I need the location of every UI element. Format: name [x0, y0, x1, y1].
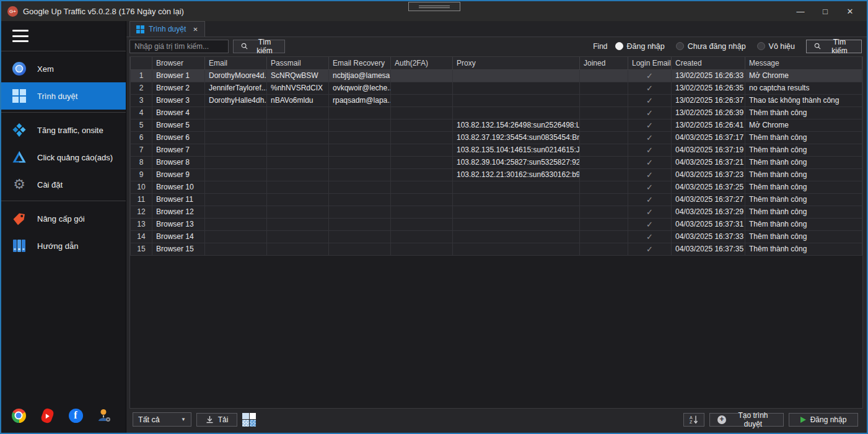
cell-passmail: nBAVo6mldu — [267, 94, 329, 106]
row-number: 7 — [131, 144, 152, 156]
table-row[interactable]: 7 Browser 7 103.82.135.104:14615:sun0214… — [131, 144, 862, 156]
cell-email: DorothyHalle4dh... — [205, 94, 267, 106]
table-row[interactable]: 14 Browser 14 ✓ 04/03/2025 16:37:33 — [131, 230, 862, 243]
cell-joined — [580, 131, 628, 144]
cell-browser: Browser 8 — [152, 156, 205, 168]
col-proxy[interactable]: Proxy — [453, 57, 580, 69]
cell-passmail — [267, 218, 329, 230]
cell-email — [205, 243, 267, 255]
facebook-icon[interactable]: f — [68, 408, 83, 423]
cell-browser: Browser 5 — [152, 119, 205, 131]
table-row[interactable]: 11 Browser 11 ✓ 04/03/2025 16:37:27 — [131, 193, 862, 206]
download-button[interactable]: Tải — [196, 413, 237, 427]
sidebar-item-cai-dat[interactable]: ⚙ Cài đặt — [1, 171, 126, 198]
table-row[interactable]: 3 Browser 3 DorothyHalle4dh... nBAVo6mld… — [131, 94, 862, 106]
cell-auth2fa — [391, 168, 453, 181]
cell-browser: Browser 13 — [152, 218, 205, 230]
col-email-recovery[interactable]: Email Recovery — [329, 57, 391, 69]
browser-orb-icon — [11, 61, 27, 77]
filter-dropdown[interactable]: Tất cả ▼ — [133, 412, 191, 427]
col-auth2fa[interactable]: Auth(2FA) — [391, 57, 453, 69]
col-message[interactable]: Message — [745, 57, 862, 69]
tabstrip: Trình duyệt ✕ — [126, 21, 867, 37]
col-rownum[interactable] — [131, 57, 152, 69]
col-login-email[interactable]: Login Email — [628, 57, 672, 69]
ads-triangle-icon — [11, 149, 27, 165]
col-passmail[interactable]: Passmail — [267, 57, 329, 69]
window-drag-handle-icon[interactable] — [408, 2, 460, 11]
sidebar-item-huong-dan[interactable]: Hướng dẫn — [1, 232, 126, 259]
close-button[interactable]: ✕ — [840, 3, 861, 19]
table-row[interactable]: 12 Browser 12 ✓ 04/03/2025 16:37:29 — [131, 206, 862, 218]
table-row[interactable]: 13 Browser 13 ✓ 04/03/2025 16:37:31 — [131, 218, 862, 230]
cell-email-recovery: ncbjtjao@lamesa... — [329, 69, 391, 82]
sort-az-button[interactable]: AZ — [683, 413, 704, 427]
user-settings-icon[interactable] — [97, 408, 112, 423]
svg-text:Z: Z — [690, 420, 693, 424]
create-browser-button[interactable]: + Tạo trình duyệt — [709, 413, 784, 427]
login-button[interactable]: Đăng nhập — [789, 413, 858, 427]
table-row[interactable]: 1 Browser 1 DorothyMoore4d... ScNRQwBSW … — [131, 69, 862, 82]
tab-close-icon[interactable]: ✕ — [193, 26, 198, 33]
tab-trinh-duyet[interactable]: Trình duyệt ✕ — [129, 21, 205, 37]
row-number: 3 — [131, 94, 152, 106]
cell-email: JenniferTayloref... — [205, 82, 267, 94]
cell-proxy — [453, 82, 580, 94]
table-row[interactable]: 15 Browser 15 ✓ 04/03/2025 16:37:35 — [131, 243, 862, 255]
col-joined[interactable]: Joined — [580, 57, 628, 69]
find-search-button[interactable]: Tìm kiếm — [806, 40, 862, 53]
cell-joined — [580, 144, 628, 156]
maximize-button[interactable]: □ — [815, 3, 836, 19]
col-browser[interactable]: Browser — [152, 57, 205, 69]
cell-proxy — [453, 69, 580, 82]
youtube-shorts-icon[interactable] — [40, 408, 55, 423]
table-row[interactable]: 6 Browser 6 103.82.37.192:35454:sun08354… — [131, 131, 862, 144]
search-button[interactable]: Tìm kiếm — [233, 40, 285, 53]
windows-icon — [11, 88, 27, 104]
chrome-icon[interactable] — [11, 408, 26, 423]
cell-email — [205, 230, 267, 243]
table-row[interactable]: 2 Browser 2 JenniferTayloref... %nhNVSRd… — [131, 82, 862, 94]
sidebar-item-xem[interactable]: Xem — [1, 55, 126, 82]
table-row[interactable]: 4 Browser 4 ✓ 13/02/2025 16:26:39 — [131, 106, 862, 119]
layout-grid-icon[interactable] — [242, 413, 256, 427]
table-row[interactable]: 8 Browser 8 103.82.39.104:25827:sun53258… — [131, 156, 862, 168]
row-number: 13 — [131, 218, 152, 230]
cell-proxy — [453, 94, 580, 106]
cell-proxy — [453, 206, 580, 218]
menu-toggle-icon[interactable] — [12, 30, 28, 42]
sidebar-item-nang-cap-goi[interactable]: Nâng cấp gói — [1, 205, 126, 232]
kodi-diamond-icon — [11, 122, 27, 138]
table-row[interactable]: 5 Browser 5 103.82.132.154:26498:sun2526… — [131, 119, 862, 131]
cell-message: Thêm thành công — [745, 144, 862, 156]
cell-passmail — [267, 144, 329, 156]
cell-email-recovery — [329, 156, 391, 168]
radio-vo-hieu[interactable]: Vô hiệu — [757, 42, 795, 51]
sidebar: Xem Trình duyệt Tăng traffic, onsite — [1, 21, 126, 433]
cell-message: Thêm thành công — [745, 131, 862, 144]
search-input[interactable] — [129, 40, 229, 53]
cell-login-email-check: ✓ — [628, 69, 672, 82]
sidebar-item-trinh-duyet[interactable]: Trình duyệt — [1, 82, 126, 110]
cell-email — [205, 106, 267, 119]
cell-browser: Browser 12 — [152, 206, 205, 218]
table-row[interactable]: 10 Browser 10 ✓ 04/03/2025 16:37:25 — [131, 181, 862, 193]
cell-email — [205, 206, 267, 218]
cell-email-recovery — [329, 243, 391, 255]
cell-created: 04/03/2025 16:37:33 — [672, 230, 745, 243]
cell-auth2fa — [391, 193, 453, 206]
cell-email: DorothyMoore4d... — [205, 69, 267, 82]
col-created[interactable]: Created — [672, 57, 745, 69]
cell-auth2fa — [391, 94, 453, 106]
window-controls: — □ ✕ — [790, 3, 861, 19]
tab-label: Trình duyệt — [149, 25, 186, 33]
radio-dang-nhap[interactable]: Đăng nhập — [615, 42, 665, 51]
table-row[interactable]: 9 Browser 9 103.82.132.21:30162:sun63301… — [131, 168, 862, 181]
radio-chua-dang-nhap[interactable]: Chưa đăng nhập — [676, 42, 746, 51]
cell-message: Thêm thành công — [745, 181, 862, 193]
sidebar-item-click-ads[interactable]: Click quảng cáo(ads) — [1, 144, 126, 171]
minimize-button[interactable]: — — [790, 3, 811, 19]
sidebar-item-tang-traffic[interactable]: Tăng traffic, onsite — [1, 116, 126, 144]
col-email[interactable]: Email — [205, 57, 267, 69]
cell-message: Thêm thành công — [745, 243, 862, 255]
